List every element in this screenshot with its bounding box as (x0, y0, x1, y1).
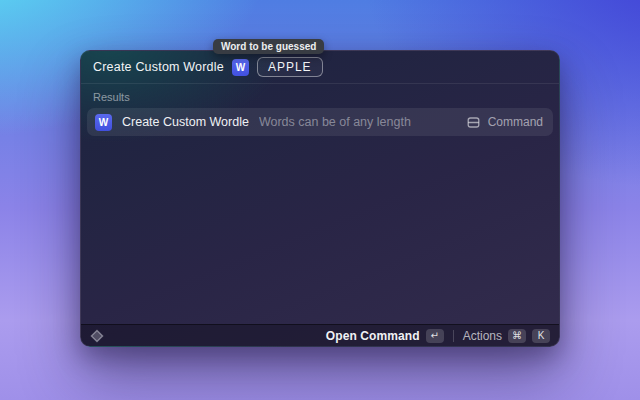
footer-separator (453, 330, 454, 342)
header-divider (81, 83, 559, 84)
footer-bar: Open Command ↵ Actions ⌘ K (81, 324, 559, 346)
result-title: Create Custom Wordle (122, 115, 249, 129)
launcher-window: Create Custom Wordle W APPLE Results W C… (80, 50, 560, 347)
desktop-background: Word to be guessed Create Custom Wordle … (0, 0, 640, 400)
command-keycap: ⌘ (508, 329, 526, 343)
return-keycap: ↵ (426, 329, 444, 343)
results-section-label: Results (93, 91, 559, 103)
wordle-app-icon: W (95, 114, 112, 131)
open-command-button[interactable]: Open Command ↵ (326, 329, 444, 343)
command-title: Create Custom Wordle (93, 60, 224, 74)
result-type-badge: Command (466, 115, 543, 130)
open-command-label: Open Command (326, 329, 420, 343)
command-type-icon (466, 115, 481, 130)
footer-actions: Open Command ↵ Actions ⌘ K (326, 329, 550, 343)
result-type-label: Command (488, 115, 543, 129)
wordle-app-icon: W (232, 59, 249, 76)
raycast-logo-icon[interactable] (90, 329, 104, 343)
tooltip: Word to be guessed (213, 39, 324, 54)
word-argument-field[interactable]: APPLE (257, 57, 323, 77)
empty-results-area (81, 136, 559, 324)
result-subtitle: Words can be of any length (259, 115, 456, 129)
result-row[interactable]: W Create Custom Wordle Words can be of a… (87, 108, 553, 136)
k-keycap: K (532, 329, 550, 343)
actions-label: Actions (463, 329, 502, 343)
actions-button[interactable]: Actions ⌘ K (463, 329, 550, 343)
command-header: Create Custom Wordle W APPLE (81, 51, 559, 83)
